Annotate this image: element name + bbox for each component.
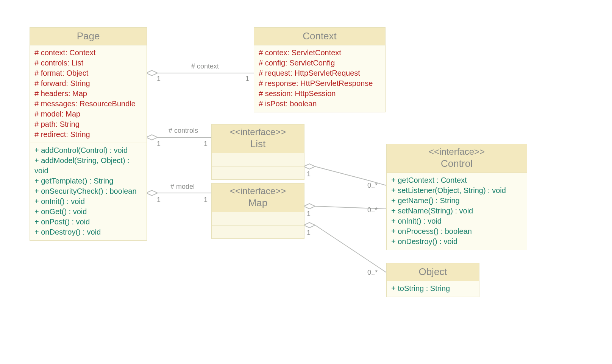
class-context-title: Context: [254, 28, 385, 45]
mult-page-context-1b: 1: [245, 75, 249, 83]
class-control-title: <<interface>> Control: [387, 144, 527, 173]
class-object-meths: + toString : String: [387, 281, 479, 297]
class-page-title: Page: [30, 28, 147, 45]
uml-canvas: # context 1 1 # controls 1 1 # model 1 1…: [0, 0, 612, 364]
class-map-empty1: [212, 212, 304, 226]
label-model: # model: [170, 183, 195, 191]
class-control: <<interface>> Control + getContext : Con…: [386, 144, 527, 250]
mult-page-list-1a: 1: [157, 140, 161, 148]
label-context: # context: [191, 62, 219, 70]
mult-page-context-1a: 1: [157, 75, 161, 83]
mult-map-object-many: 0..*: [367, 269, 378, 277]
class-context: Context # contex: ServletContext # confi…: [254, 27, 386, 112]
class-list-title: <<interface>> List: [212, 124, 304, 153]
mult-map-object-1: 1: [307, 229, 311, 237]
class-map-title: <<interface>> Map: [212, 184, 304, 212]
class-object: Object + toString : String: [386, 263, 479, 297]
mult-page-list-1b: 1: [204, 140, 208, 148]
class-map: <<interface>> Map: [211, 183, 304, 239]
label-controls: # controls: [169, 127, 198, 135]
class-context-attrs: # contex: ServletContext # config: Servl…: [254, 45, 385, 112]
class-page: Page # context: Context # controls: List…: [30, 27, 147, 241]
class-map-empty2: [212, 226, 304, 238]
mult-page-map-1a: 1: [157, 196, 161, 204]
mult-list-control-many: 0..*: [367, 182, 378, 190]
class-page-meths: + addControl(Control) : void + addModel(…: [30, 143, 147, 240]
class-object-title: Object: [387, 263, 479, 281]
class-list-empty2: [212, 166, 304, 179]
mult-page-map-1b: 1: [204, 196, 208, 204]
mult-list-control-1: 1: [307, 170, 311, 178]
class-page-attrs: # context: Context # controls: List # fo…: [30, 45, 147, 143]
class-control-meths: + getContext : Context + setListener(Obj…: [387, 173, 527, 250]
class-list-empty1: [212, 153, 304, 166]
mult-map-control-many: 0..*: [367, 206, 378, 214]
mult-map-control-1: 1: [307, 210, 311, 218]
class-list: <<interface>> List: [211, 124, 304, 180]
